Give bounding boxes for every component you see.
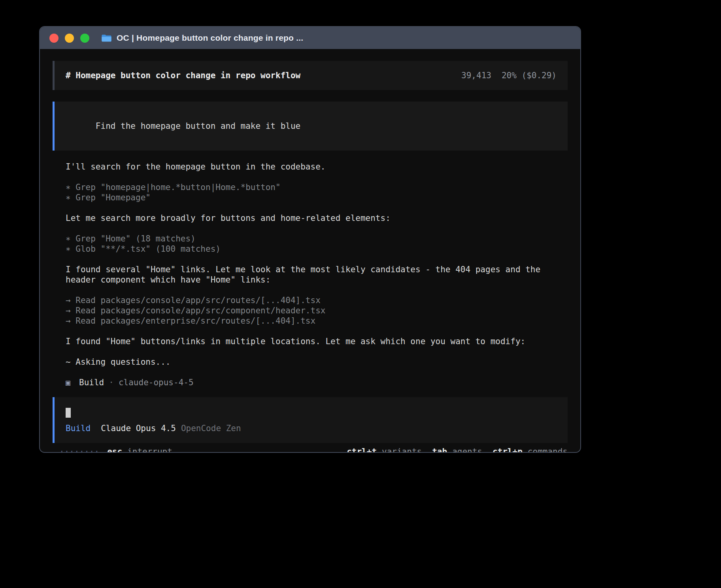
terminal-content: # Homepage button color change in repo w… <box>40 49 580 452</box>
prompt-editor-line[interactable] <box>66 407 557 418</box>
agent-square-icon: ▣ <box>66 377 70 388</box>
minimize-button[interactable] <box>65 34 74 43</box>
input-footer: Build Claude Opus 4.5 OpenCode Zen <box>66 423 557 433</box>
tool-call-line: ∗ Glob "**/*.tsx" (100 matches) <box>66 244 568 254</box>
shortcut-interrupt: esc interrupt <box>107 447 172 452</box>
agent-badge: ▣ Build · claude-opus-4-5 <box>66 377 568 388</box>
model-label: Claude Opus 4.5 <box>101 423 176 433</box>
user-message-text: Find the homepage button and make it blu… <box>96 121 300 131</box>
text-cursor <box>66 408 71 418</box>
badge-separator: · <box>109 377 114 388</box>
assistant-text-line: I found several "Home" links. Let me loo… <box>66 264 568 275</box>
shortcut-key: esc <box>107 447 122 452</box>
assistant-response: I'll search for the homepage button in t… <box>53 162 568 388</box>
pending-status-line: ~ Asking questions... <box>66 357 568 367</box>
tool-call-line: ∗ Grep "Home" (18 matches) <box>66 234 568 244</box>
tool-call-line: → Read packages/console/app/src/componen… <box>66 305 568 316</box>
window-title: OC | Homepage button color change in rep… <box>117 33 303 43</box>
shortcut-label: variants <box>382 447 422 452</box>
spinner-dots: ········ <box>59 447 99 452</box>
shortcut-agents: tab agents <box>432 447 482 452</box>
terminal-window: OC | Homepage button color change in rep… <box>39 26 581 453</box>
provider-label: OpenCode Zen <box>181 423 241 433</box>
assistant-text-line: I found "Home" buttons/links in multiple… <box>66 336 568 347</box>
token-count: 39,413 <box>461 70 491 81</box>
shortcut-key: ctrl+p <box>493 447 523 452</box>
shortcut-hints-right: ctrl+t variants tab agents ctrl+p comman… <box>347 447 568 452</box>
context-cost: 20% ($0.29) <box>502 70 557 81</box>
close-button[interactable] <box>49 34 59 43</box>
maximize-button[interactable] <box>80 34 89 43</box>
mode-label: Build <box>66 423 91 433</box>
prompt-input[interactable]: Build Claude Opus 4.5 OpenCode Zen <box>53 397 568 443</box>
session-header: # Homepage button color change in repo w… <box>53 61 568 90</box>
tool-call-line: ∗ Grep "Homepage" <box>66 192 568 203</box>
tool-call-line: → Read packages/console/app/src/routes/[… <box>66 295 568 305</box>
session-title: # Homepage button color change in repo w… <box>66 70 300 81</box>
shortcut-key: tab <box>432 447 447 452</box>
agent-name: Build <box>79 377 104 388</box>
shortcut-label: commands <box>528 447 568 452</box>
folder-icon <box>101 34 112 42</box>
assistant-text-line: Let me search more broadly for buttons a… <box>66 213 568 223</box>
status-bar: ········ esc interrupt ctrl+t variants t… <box>53 447 568 452</box>
shortcut-label: agents <box>452 447 482 452</box>
session-stats: 39,413 20% ($0.29) <box>461 70 557 81</box>
window-titlebar: OC | Homepage button color change in rep… <box>40 27 580 49</box>
window-controls <box>49 34 89 43</box>
assistant-text-line: I'll search for the homepage button in t… <box>66 162 568 172</box>
shortcut-commands: ctrl+p commands <box>493 447 568 452</box>
shortcut-label: interrupt <box>127 447 172 452</box>
user-message: Find the homepage button and make it blu… <box>53 102 568 151</box>
agent-model: claude-opus-4-5 <box>119 377 194 388</box>
tool-call-line: ∗ Grep "homepage|home.*button|Home.*butt… <box>66 182 568 192</box>
shortcut-key: ctrl+t <box>347 447 377 452</box>
shortcut-variants: ctrl+t variants <box>347 447 422 452</box>
assistant-text-line: header component which have "Home" links… <box>66 275 568 285</box>
tool-call-line: → Read packages/enterprise/src/routes/[.… <box>66 316 568 326</box>
